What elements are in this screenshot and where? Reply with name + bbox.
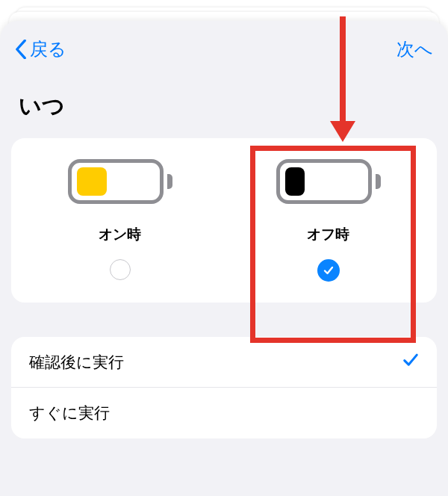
- battery-low-yellow-icon: [68, 159, 172, 204]
- run-mode-panel: 確認後に実行 すぐに実行: [11, 337, 437, 438]
- when-options-panel: オン時 オフ時: [11, 138, 437, 303]
- run-immediately-label: すぐに実行: [29, 403, 110, 424]
- run-after-confirm-label: 確認後に実行: [29, 352, 124, 373]
- radio-selected-icon: [317, 259, 340, 282]
- radio-unselected-icon: [110, 259, 131, 280]
- next-button[interactable]: 次へ: [396, 37, 433, 61]
- back-label: 戻る: [30, 37, 66, 61]
- page-title: いつ: [19, 91, 429, 122]
- option-off[interactable]: オフ時: [224, 159, 432, 282]
- modal-sheet: 戻る 次へ いつ オン時: [0, 21, 448, 496]
- option-on-label: オン時: [99, 225, 141, 244]
- battery-low-black-icon: [276, 159, 381, 204]
- option-off-label: オフ時: [307, 225, 349, 244]
- sheet-stack: [0, 0, 448, 22]
- back-button[interactable]: 戻る: [15, 37, 66, 61]
- next-label: 次へ: [396, 37, 433, 61]
- run-after-confirm-row[interactable]: 確認後に実行: [11, 337, 437, 388]
- run-immediately-row[interactable]: すぐに実行: [11, 388, 437, 438]
- nav-bar: 戻る 次へ: [0, 21, 448, 78]
- option-on[interactable]: オン時: [16, 159, 224, 282]
- chevron-left-icon: [15, 40, 27, 59]
- checkmark-icon: [402, 352, 419, 373]
